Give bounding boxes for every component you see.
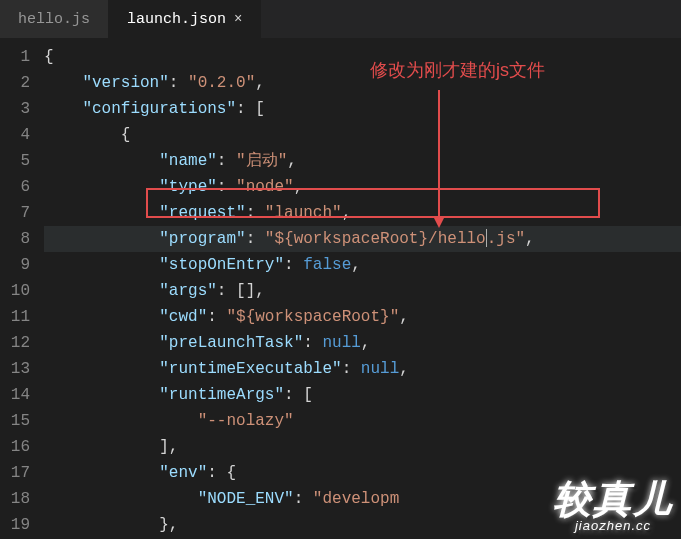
line-number: 7 xyxy=(0,200,30,226)
line-number: 3 xyxy=(0,96,30,122)
code-line: "NODE_ENV": "developm xyxy=(44,486,681,512)
code-line: "cwd": "${workspaceRoot}", xyxy=(44,304,681,330)
code-line: }, xyxy=(44,512,681,538)
close-icon[interactable]: × xyxy=(234,11,242,27)
line-number: 9 xyxy=(0,252,30,278)
line-number: 6 xyxy=(0,174,30,200)
line-number: 14 xyxy=(0,382,30,408)
tab-label: launch.json xyxy=(127,11,226,28)
line-number: 10 xyxy=(0,278,30,304)
line-number: 15 xyxy=(0,408,30,434)
line-number: 18 xyxy=(0,486,30,512)
line-number: 17 xyxy=(0,460,30,486)
code-line: "version": "0.2.0", xyxy=(44,70,681,96)
code-line: "runtimeArgs": [ xyxy=(44,382,681,408)
code-line: "name": "启动", xyxy=(44,148,681,174)
line-number: 2 xyxy=(0,70,30,96)
code-line: "runtimeExecutable": null, xyxy=(44,356,681,382)
code-line: { xyxy=(44,122,681,148)
line-number: 16 xyxy=(0,434,30,460)
code-line-current: "program": "${workspaceRoot}/hello.js", xyxy=(44,226,681,252)
code-line: "stopOnEntry": false, xyxy=(44,252,681,278)
line-number-gutter: 1 2 3 4 5 6 7 8 9 10 11 12 13 14 15 16 1… xyxy=(0,38,44,539)
code-line: "args": [], xyxy=(44,278,681,304)
line-number: 11 xyxy=(0,304,30,330)
code-line: "env": { xyxy=(44,460,681,486)
tab-hello-js[interactable]: hello.js xyxy=(0,0,109,38)
code-line: "preLaunchTask": null, xyxy=(44,330,681,356)
code-line: "request": "launch", xyxy=(44,200,681,226)
line-number: 19 xyxy=(0,512,30,538)
code-line: "type": "node", xyxy=(44,174,681,200)
code-line: "--nolazy" xyxy=(44,408,681,434)
tab-bar: hello.js launch.json × xyxy=(0,0,681,38)
editor: 1 2 3 4 5 6 7 8 9 10 11 12 13 14 15 16 1… xyxy=(0,38,681,539)
line-number: 13 xyxy=(0,356,30,382)
tab-label: hello.js xyxy=(18,11,90,28)
line-number: 1 xyxy=(0,44,30,70)
line-number: 5 xyxy=(0,148,30,174)
line-number: 4 xyxy=(0,122,30,148)
tab-launch-json[interactable]: launch.json × xyxy=(109,0,261,38)
code-line: ], xyxy=(44,434,681,460)
line-number: 8 xyxy=(0,226,30,252)
code-line: { xyxy=(44,44,681,70)
code-line: "configurations": [ xyxy=(44,96,681,122)
code-area[interactable]: { "version": "0.2.0", "configurations": … xyxy=(44,38,681,539)
line-number: 12 xyxy=(0,330,30,356)
